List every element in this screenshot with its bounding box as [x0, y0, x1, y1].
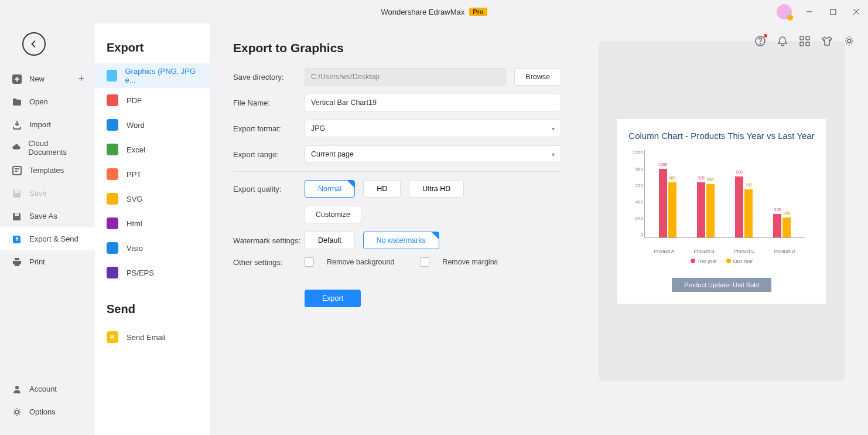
- bar: 700: [744, 189, 753, 237]
- bar-value: 780: [707, 178, 714, 182]
- ps-icon: [107, 267, 118, 278]
- bar-value: 890: [736, 170, 743, 174]
- y-tick: 1200: [627, 150, 643, 155]
- print-icon: [12, 257, 22, 267]
- export-excel[interactable]: Excel: [95, 137, 210, 162]
- nav-import[interactable]: Import: [0, 113, 95, 136]
- range-label: Export range:: [233, 150, 305, 159]
- watermark-label: Watermark settings:: [233, 236, 305, 245]
- nav-label: Import: [29, 120, 51, 129]
- export-svg[interactable]: SVG: [95, 186, 210, 211]
- nav-print[interactable]: Print: [0, 250, 95, 273]
- bar-value: 800: [698, 176, 705, 180]
- excel-icon: [107, 144, 118, 155]
- nav-saveas[interactable]: Save As: [0, 205, 95, 227]
- bell-icon[interactable]: [777, 35, 788, 47]
- pro-badge: Pro: [469, 8, 487, 16]
- bar-value: 1000: [658, 162, 668, 166]
- import-icon: [12, 120, 22, 130]
- nav-new[interactable]: New+: [0, 67, 95, 90]
- gear-icon[interactable]: [843, 35, 855, 47]
- legend-item: Last Year: [726, 259, 753, 264]
- browse-button[interactable]: Browse: [514, 68, 561, 86]
- back-button[interactable]: [22, 32, 46, 56]
- bar-group: 800780: [697, 182, 715, 237]
- export-item-label: PPT: [127, 170, 141, 179]
- x-label: Product D: [774, 249, 795, 254]
- remove-margins-checkbox[interactable]: [420, 257, 429, 267]
- export-pdf[interactable]: PDF: [95, 88, 210, 113]
- export-item-label: PS/EPS: [127, 269, 154, 277]
- bar-group: 340290: [773, 214, 791, 237]
- svg-rect-14: [15, 171, 18, 172]
- help-icon[interactable]: [754, 35, 766, 47]
- y-tick: 480: [627, 199, 643, 205]
- nav-label: Export & Send: [29, 235, 78, 243]
- pdf-icon: [107, 94, 118, 106]
- save-icon: [12, 188, 22, 199]
- quality-normal[interactable]: Normal: [305, 180, 355, 198]
- nav-label: Save: [29, 189, 47, 198]
- nav-account[interactable]: Account: [0, 378, 95, 400]
- range-select[interactable]: Current page: [305, 145, 561, 163]
- watermark-no-watermarks[interactable]: No watermarks: [363, 232, 439, 249]
- export-ps[interactable]: PS/EPS: [95, 260, 210, 285]
- nav-open[interactable]: Open: [0, 90, 95, 113]
- quality-ultra-hd[interactable]: Ultra HD: [409, 180, 464, 198]
- svg-rect-7: [806, 36, 809, 40]
- nav-sidebar: New+OpenImportCloud DocumentsTemplatesSa…: [0, 23, 95, 435]
- preview-panel: Column Chart - Products This Year vs Las…: [599, 41, 845, 381]
- nav-cloud[interactable]: Cloud Documents: [0, 136, 95, 159]
- apps-icon[interactable]: [799, 35, 811, 47]
- bar-value: 800: [669, 176, 676, 180]
- avatar[interactable]: [777, 4, 792, 19]
- minimize-button[interactable]: [798, 0, 821, 23]
- maximize-button[interactable]: [821, 0, 845, 23]
- legend-item: This year: [691, 259, 717, 264]
- save-dir-input: C:/Users/ws/Desktop: [305, 68, 506, 86]
- templates-icon: [12, 165, 22, 176]
- customize-button[interactable]: Customize: [305, 206, 361, 223]
- plus-icon[interactable]: +: [78, 73, 84, 85]
- export-button[interactable]: Export: [305, 290, 361, 307]
- watermark-default[interactable]: Default: [305, 232, 355, 249]
- nav-options[interactable]: Options: [0, 400, 95, 423]
- remove-bg-label: Remove background: [327, 258, 394, 266]
- export-html[interactable]: Html: [95, 211, 210, 236]
- quality-hd[interactable]: HD: [363, 180, 401, 198]
- chart-title: Column Chart - Products This Year vs Las…: [627, 131, 816, 141]
- remove-bg-checkbox[interactable]: [305, 257, 314, 267]
- divider: [233, 171, 561, 172]
- bar-group: 1000800: [659, 169, 676, 237]
- nav-templates[interactable]: Templates: [0, 159, 95, 182]
- file-name-input[interactable]: Vertical Bar Chart19: [305, 94, 561, 111]
- export-visio[interactable]: Visio: [95, 236, 210, 260]
- export-item-label: Excel: [127, 145, 145, 154]
- svg-rect-13: [15, 168, 19, 169]
- y-tick: 240: [627, 216, 643, 221]
- nav-export[interactable]: Export & Send: [0, 227, 95, 250]
- format-select[interactable]: JPG: [305, 120, 561, 137]
- svg-point-10: [848, 39, 851, 43]
- send-email[interactable]: ✉Send Email: [95, 325, 210, 349]
- bar-group: 890700: [735, 176, 753, 237]
- chart-preview: Column Chart - Products This Year vs Las…: [617, 119, 826, 304]
- export-item-label: Word: [127, 121, 145, 130]
- nav-label: New: [29, 74, 45, 83]
- chart-banner: Product Update- Unit Sold: [672, 278, 771, 292]
- close-button[interactable]: [845, 0, 868, 23]
- svg-icon: [107, 193, 118, 205]
- nav-label: Account: [29, 385, 57, 393]
- bar: 800: [697, 182, 705, 237]
- svg-rect-9: [806, 42, 809, 46]
- export-ppt[interactable]: PPT: [95, 162, 210, 186]
- options-icon: [12, 407, 22, 417]
- send-heading: Send: [95, 285, 210, 325]
- shirt-icon[interactable]: [821, 35, 833, 47]
- export-img[interactable]: Graphics (PNG, JPG e...: [95, 63, 210, 88]
- export-item-label: Html: [127, 219, 142, 228]
- export-word[interactable]: Word: [95, 113, 210, 137]
- nav-label: Cloud Documents: [28, 139, 83, 157]
- svg-point-5: [760, 43, 761, 44]
- email-icon: ✉: [107, 331, 118, 343]
